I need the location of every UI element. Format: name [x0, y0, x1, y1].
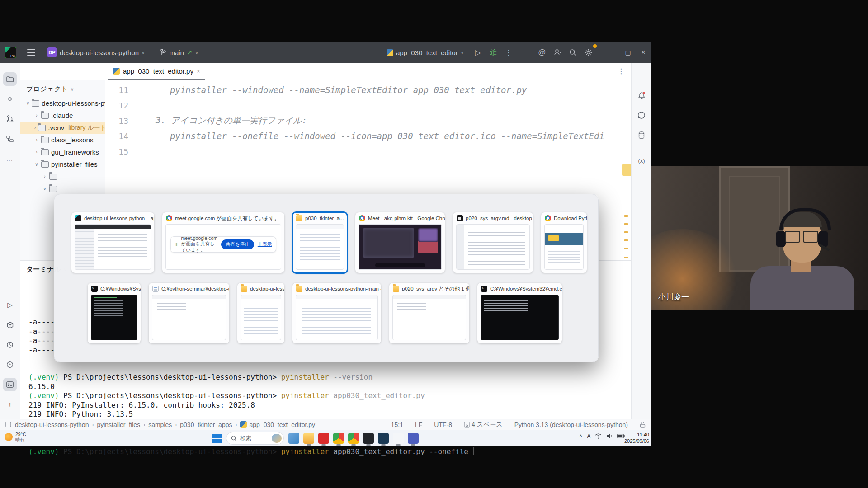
caret-position[interactable]: 15:1 [391, 421, 403, 428]
tab-app-030-text-editor[interactable]: app_030_text_editor.py × [108, 63, 205, 80]
breadcrumb-item[interactable]: app_030_text_editor.py [249, 421, 315, 428]
minimize-button[interactable]: – [605, 46, 620, 59]
hide-link[interactable]: 非表示 [258, 241, 272, 248]
ai-assistant-tool-button[interactable] [635, 108, 648, 122]
maximize-button[interactable]: ▢ [620, 46, 636, 59]
taskbar-icon-chrome-1[interactable] [333, 433, 344, 444]
taskbar-icon-chrome-2[interactable] [348, 433, 359, 444]
window-thumbnail[interactable] [75, 224, 151, 270]
tree-chevron-icon[interactable]: › [42, 174, 47, 179]
switcher-card[interactable]: Download Pyth... [541, 212, 587, 273]
project-tool-button[interactable] [3, 72, 17, 86]
window-thumbnail[interactable]: ‖meet.google.com が画面を共有しています。共有を停止非表示 [165, 224, 281, 270]
structure-tool-button[interactable] [3, 132, 17, 145]
switcher-card[interactable]: meet.google.com が画面を共有しています。‖meet.google… [162, 212, 284, 273]
project-panel-header[interactable]: プロジェクト ∨ [20, 80, 105, 97]
vcs-widget[interactable]: main ↗ ∨ [160, 48, 198, 56]
window-thumbnail[interactable] [456, 224, 530, 270]
switcher-card[interactable]: desktop-ui-lessons-python – app... [71, 212, 154, 273]
more-tools-button[interactable]: … [3, 152, 17, 165]
ime-indicator[interactable]: A [587, 433, 590, 439]
run-tool-button[interactable]: ▷ [3, 298, 17, 312]
database-tool-button[interactable] [635, 128, 648, 142]
taskbar-clock[interactable]: 11:40 2025/09/06 [624, 432, 649, 444]
taskbar-icon-acrobat[interactable] [318, 433, 329, 444]
close-button[interactable]: × [636, 46, 651, 59]
tab-options-icon[interactable]: ⋮ [618, 67, 625, 75]
taskbar-icon-notepad[interactable] [393, 433, 404, 444]
tree-item[interactable]: ›gui_frameworks [20, 146, 105, 158]
breadcrumb-item[interactable]: samples [148, 421, 172, 428]
python-interpreter[interactable]: Python 3.13 (desktop-ui-lessons-python) [514, 421, 628, 428]
debug-button[interactable] [486, 46, 501, 59]
project-widget[interactable]: DP desktop-ui-lessons-python ∨ [47, 47, 145, 57]
line-separator[interactable]: LF [415, 421, 422, 428]
tree-item[interactable]: ›class_lessons [20, 134, 105, 146]
tree-chevron-icon[interactable]: › [34, 125, 36, 130]
window-thumbnail[interactable] [359, 224, 442, 270]
switcher-card[interactable]: p030_tkinter_a... [292, 212, 347, 273]
taskbar-icon-photos[interactable] [288, 433, 299, 444]
taskbar-icon-teams[interactable] [408, 433, 419, 444]
volume-icon[interactable] [606, 433, 613, 439]
tree-item[interactable]: ∨pyinstaller_files [20, 158, 105, 170]
run-widget[interactable]: app_030_text_editor ∨ [387, 49, 464, 56]
tree-chevron-icon[interactable]: › [34, 113, 39, 118]
window-thumbnail[interactable] [241, 295, 281, 340]
services-tool-button[interactable] [3, 338, 17, 352]
switcher-card[interactable]: Meet - akq-pihm-ktt - Google Chrome [355, 212, 445, 273]
taskbar-icon-file-explorer[interactable] [303, 433, 314, 444]
terminal-tool-button[interactable] [3, 378, 17, 391]
file-encoding[interactable]: UTF-8 [434, 421, 452, 428]
indent-setting[interactable]: 4 スペース [464, 421, 503, 429]
taskbar-icon-terminal[interactable] [378, 433, 389, 444]
switcher-card[interactable]: p020_sys_argv とその他 1 個のタブ - ... [389, 283, 469, 343]
window-thumbnail[interactable] [544, 224, 584, 270]
tree-chevron-icon[interactable]: ∨ [42, 186, 47, 191]
window-thumbnail[interactable] [296, 224, 344, 270]
window-thumbnail[interactable] [152, 295, 226, 340]
tree-chevron-icon[interactable]: › [34, 150, 39, 155]
breadcrumb-item[interactable]: pyinstaller_files [97, 421, 140, 428]
settings-button[interactable] [580, 46, 596, 59]
tree-chevron-icon[interactable]: › [34, 137, 39, 142]
taskbar-search[interactable]: 検索 [226, 432, 284, 445]
wifi-icon[interactable] [595, 433, 602, 439]
python-packages-tool-button[interactable] [3, 318, 17, 332]
problems-tool-button[interactable]: ! [3, 398, 17, 411]
tab-close-icon[interactable]: × [197, 68, 200, 75]
pull-requests-tool-button[interactable] [3, 112, 17, 126]
battery-icon[interactable] [617, 434, 625, 438]
python-console-tool-button[interactable] [3, 358, 17, 371]
breadcrumb-item[interactable]: desktop-ui-lessons-python [15, 421, 89, 428]
breadcrumb-item[interactable]: p030_tkinter_apps [180, 421, 232, 428]
start-button[interactable] [212, 434, 222, 443]
window-thumbnail[interactable] [296, 295, 378, 340]
window-thumbnail[interactable] [91, 295, 137, 340]
sciview-tool-button[interactable]: (x) [635, 154, 648, 167]
switcher-card[interactable]: p020_sys_argv.md - desktop-ui-le... [453, 212, 533, 273]
tree-item[interactable]: › [20, 170, 105, 183]
run-button[interactable]: ▷ [470, 46, 486, 59]
unlock-icon[interactable] [640, 422, 646, 428]
tree-item[interactable]: ∨ [20, 183, 105, 195]
tree-item[interactable]: ∨desktop-ui-lessons-py [20, 97, 105, 109]
search-everywhere-button[interactable] [565, 46, 580, 59]
tree-chevron-icon[interactable]: ∨ [34, 162, 39, 167]
taskbar-weather-widget[interactable]: 29°C 晴れ [5, 432, 26, 442]
tree-chevron-icon[interactable]: ∨ [26, 101, 29, 106]
tray-chevron-icon[interactable]: ∧ [579, 433, 583, 439]
tree-item[interactable]: ›.claude [20, 109, 105, 122]
tree-item[interactable]: ›.venvlibrary ルート [20, 122, 105, 134]
switcher-card[interactable]: desktop-ui-less... [237, 283, 284, 343]
code-with-me-button[interactable] [550, 46, 565, 59]
stop-sharing-button[interactable]: 共有を停止 [221, 239, 254, 249]
commit-tool-button[interactable] [3, 92, 17, 106]
taskbar-icon-github-desktop[interactable] [363, 433, 374, 444]
more-actions-button[interactable]: ⋮ [501, 46, 516, 59]
switcher-card[interactable]: C:¥Windows¥System32¥cmd.exe [477, 283, 562, 343]
switcher-card[interactable]: C:¥python-seminar¥desktop-ui-le... [149, 283, 229, 343]
breadcrumb[interactable]: desktop-ui-lessons-python›pyinstaller_fi… [15, 421, 315, 428]
main-menu-icon[interactable] [27, 49, 35, 56]
window-thumbnail[interactable] [481, 295, 559, 340]
